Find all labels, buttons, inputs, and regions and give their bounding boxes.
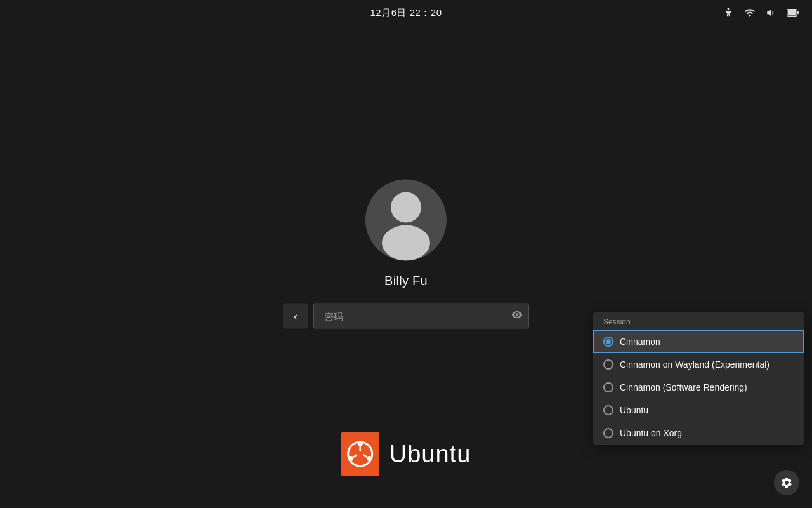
session-item-ubuntu[interactable]: Ubuntu	[593, 399, 804, 422]
session-item-cinnamon[interactable]: Cinnamon	[593, 330, 804, 353]
ubuntu-text: Ubuntu	[390, 441, 471, 468]
svg-line-11	[363, 455, 367, 457]
avatar-svg	[365, 180, 447, 261]
radio-cinnamon	[603, 337, 613, 347]
radio-cinnamon-wayland	[603, 359, 613, 370]
ubuntu-logo: Ubuntu	[341, 432, 471, 476]
session-label-cinnamon: Cinnamon	[620, 337, 660, 347]
ubuntu-icon-box	[341, 432, 379, 476]
session-header: Session	[593, 312, 804, 330]
session-label-cinnamon-software: Cinnamon (Software Rendering)	[620, 382, 747, 392]
session-label-ubuntu: Ubuntu	[620, 405, 648, 415]
settings-button[interactable]	[774, 470, 799, 495]
username-label: Billy Fu	[384, 274, 428, 288]
top-bar: 12月6日 22：20	[0, 0, 812, 25]
gear-icon	[780, 476, 793, 489]
user-avatar	[365, 180, 447, 261]
battery-icon[interactable]	[787, 6, 799, 19]
back-icon: ‹	[294, 309, 298, 323]
svg-line-12	[353, 455, 357, 457]
svg-point-8	[367, 456, 372, 461]
session-item-ubuntu-xorg[interactable]: Ubuntu on Xorg	[593, 422, 804, 444]
network-icon[interactable]	[743, 6, 756, 19]
svg-rect-3	[797, 11, 799, 15]
radio-cinnamon-software	[603, 382, 613, 392]
svg-point-4	[391, 192, 421, 223]
svg-point-0	[727, 8, 729, 10]
svg-point-9	[348, 456, 353, 461]
top-bar-right	[537, 6, 799, 19]
radio-ubuntu	[603, 405, 613, 415]
svg-rect-2	[788, 10, 796, 15]
accessibility-icon[interactable]	[722, 6, 735, 19]
session-label-ubuntu-xorg: Ubuntu on Xorg	[620, 428, 682, 438]
session-dropdown: Session Cinnamon Cinnamon on Wayland (Ex…	[593, 312, 804, 444]
show-password-icon[interactable]	[511, 309, 523, 323]
password-input-wrapper	[313, 304, 529, 329]
session-label-cinnamon-wayland: Cinnamon on Wayland (Experimental)	[620, 359, 769, 370]
svg-point-5	[382, 225, 430, 261]
ubuntu-circle-icon	[347, 441, 374, 467]
password-input[interactable]	[313, 304, 529, 329]
datetime-display: 12月6日 22：20	[275, 7, 537, 19]
svg-point-7	[358, 441, 363, 446]
session-item-cinnamon-wayland[interactable]: Cinnamon on Wayland (Experimental)	[593, 353, 804, 376]
volume-icon[interactable]	[765, 6, 778, 19]
datetime-text: 12月6日 22：20	[370, 7, 442, 19]
back-button[interactable]: ‹	[283, 304, 308, 329]
password-row: ‹	[283, 304, 529, 329]
login-container: Billy Fu ‹	[283, 180, 529, 329]
radio-ubuntu-xorg	[603, 428, 613, 438]
session-item-cinnamon-software[interactable]: Cinnamon (Software Rendering)	[593, 376, 804, 399]
